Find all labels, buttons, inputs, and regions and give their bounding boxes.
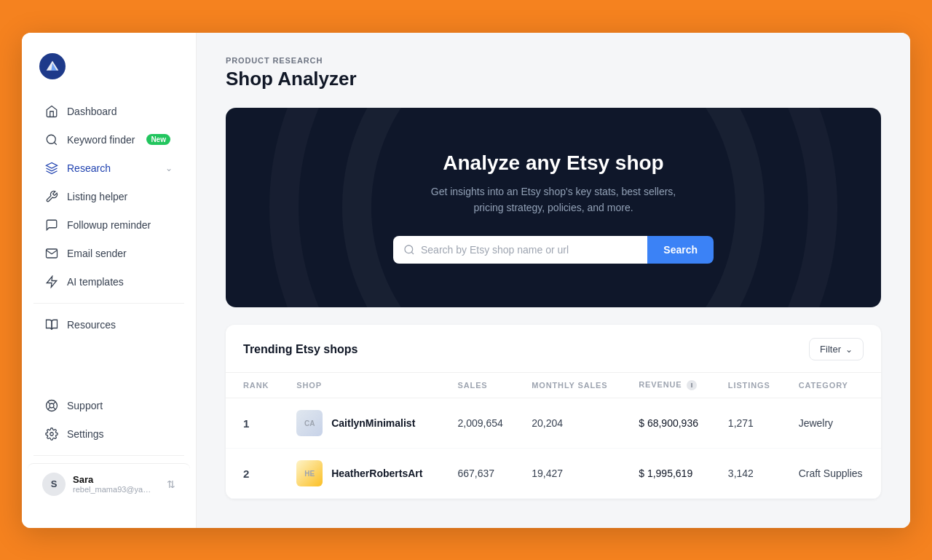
search-button[interactable]: Search [647, 236, 714, 264]
nav-bottom: Support Settings S Sara rebel_mama93@yah… [22, 391, 196, 513]
chevron-down-icon: ⌄ [165, 163, 173, 173]
page-title: Shop Analyzer [226, 68, 881, 90]
cell-revenue: $ 1,995,619 [627, 449, 716, 499]
filter-button[interactable]: Filter ⌄ [809, 338, 864, 360]
hero-title: Analyze any Etsy shop [240, 151, 866, 175]
svg-point-12 [50, 432, 54, 435]
trending-shops-card: Trending Etsy shops Filter ⌄ RANK SHOP S… [226, 325, 881, 499]
col-sales: SALES [446, 373, 521, 398]
sidebar-item-dashboard[interactable]: Dashboard [28, 98, 190, 125]
tool-icon [45, 190, 58, 203]
chevron-down-icon: ⌄ [845, 344, 853, 355]
table-row: 2 HE HeatherRobertsArt 667,637 19,427 $ … [226, 449, 881, 499]
cell-monthly-sales: 20,204 [520, 398, 627, 449]
cell-sales: 2,009,654 [446, 398, 521, 449]
user-menu[interactable]: S Sara rebel_mama93@yah... ⇅ [28, 463, 190, 505]
sidebar-item-keyword-finder[interactable]: Keyword finder New [28, 126, 190, 154]
table-header: Trending Etsy shops Filter ⌄ [226, 325, 881, 373]
sidebar-item-settings[interactable]: Settings [28, 420, 190, 448]
cell-listings: 3,142 [716, 449, 787, 499]
cell-rank: 1 [226, 398, 285, 449]
shop-avatar: CA [296, 410, 323, 436]
cell-monthly-sales: 19,427 [520, 449, 627, 499]
cell-listings: 1,271 [716, 398, 787, 449]
sidebar-item-resources[interactable]: Resources [28, 311, 190, 339]
app-logo [39, 53, 66, 79]
shop-avatar: HE [296, 460, 323, 486]
sidebar-item-ai-templates[interactable]: AI templates [28, 268, 190, 296]
col-shop: SHOP [285, 373, 446, 398]
col-listings: LISTINGS [716, 373, 787, 398]
search-input-wrap [393, 236, 647, 264]
table-header-row: RANK SHOP SALES MONTHLY SALES REVENUE i … [226, 373, 881, 398]
cell-sales: 667,637 [446, 449, 521, 499]
logo-area [22, 47, 196, 97]
home-icon [45, 105, 58, 118]
sidebar-item-label: Keyword finder [67, 134, 135, 146]
shop-name[interactable]: HeatherRobertsArt [331, 468, 422, 479]
sidebar-item-label: Email sender [67, 248, 127, 259]
user-name: Sara [73, 474, 159, 485]
sidebar-item-label: Support [67, 400, 103, 411]
col-revenue: REVENUE i [627, 373, 716, 398]
col-monthly-sales: MONTHLY SALES [520, 373, 627, 398]
mail-icon [45, 247, 58, 260]
svg-line-3 [54, 142, 56, 144]
col-rank: RANK [226, 373, 285, 398]
sidebar-item-followup-reminder[interactable]: Followup reminder [28, 211, 190, 239]
nav-divider [33, 303, 184, 304]
cell-category: Jewelry [787, 398, 881, 449]
main-nav: Dashboard Keyword finder New Research ⌄ [22, 97, 196, 391]
search-icon [45, 133, 58, 146]
sidebar-item-label: AI templates [67, 276, 124, 288]
life-buoy-icon [45, 399, 58, 412]
sidebar: Dashboard Keyword finder New Research ⌄ [22, 33, 197, 528]
svg-marker-5 [47, 276, 57, 287]
user-info: Sara rebel_mama93@yah... [73, 474, 159, 494]
svg-line-8 [48, 401, 50, 403]
search-icon [403, 244, 415, 256]
filter-label: Filter [820, 344, 841, 355]
cell-rank: 2 [226, 449, 285, 499]
chevron-updown-icon: ⇅ [167, 478, 175, 490]
sidebar-item-support[interactable]: Support [28, 392, 190, 419]
app-window: Dashboard Keyword finder New Research ⌄ [22, 33, 910, 528]
svg-point-2 [47, 135, 55, 143]
message-circle-icon [45, 218, 58, 232]
hero-subtitle: Get insights into an Etsy shop's key sta… [240, 184, 866, 216]
svg-marker-4 [47, 162, 58, 168]
svg-line-14 [411, 252, 414, 254]
cell-category: Craft Supplies [787, 449, 881, 499]
zap-icon [45, 275, 58, 288]
user-email: rebel_mama93@yah... [73, 485, 153, 494]
col-category: CATEGORY [787, 373, 881, 398]
sidebar-item-email-sender[interactable]: Email sender [28, 240, 190, 267]
search-input[interactable] [421, 236, 637, 264]
sidebar-item-listing-helper[interactable]: Listing helper [28, 183, 190, 210]
user-divider [33, 455, 184, 456]
svg-point-13 [405, 245, 413, 253]
sidebar-item-label: Listing helper [67, 191, 127, 202]
avatar: S [42, 473, 66, 496]
layers-icon [45, 162, 58, 175]
cell-revenue: $ 68,900,936 [627, 398, 716, 449]
trending-table: RANK SHOP SALES MONTHLY SALES REVENUE i … [226, 373, 881, 499]
sidebar-item-label: Settings [67, 428, 104, 440]
settings-icon [45, 427, 58, 441]
trending-section-title: Trending Etsy shops [243, 343, 358, 356]
book-open-icon [45, 318, 58, 331]
sidebar-item-label: Dashboard [67, 106, 117, 117]
hero-subtitle-line2: pricing strategy, policies, and more. [473, 202, 633, 213]
revenue-info-icon: i [687, 380, 697, 390]
sidebar-item-label: Research [67, 162, 111, 174]
hero-banner: Analyze any Etsy shop Get insights into … [226, 108, 881, 308]
sidebar-item-label: Resources [67, 319, 116, 331]
svg-line-9 [53, 407, 55, 409]
shop-name[interactable]: CaitlynMinimalist [331, 417, 415, 429]
page-label: PRODUCT RESEARCH [226, 56, 881, 65]
sidebar-item-label: Followup reminder [67, 219, 151, 231]
shop-search-bar: Search [393, 236, 714, 264]
cell-shop: HE HeatherRobertsArt [285, 449, 446, 499]
sidebar-item-research[interactable]: Research ⌄ [28, 154, 190, 182]
new-badge: New [146, 134, 170, 145]
